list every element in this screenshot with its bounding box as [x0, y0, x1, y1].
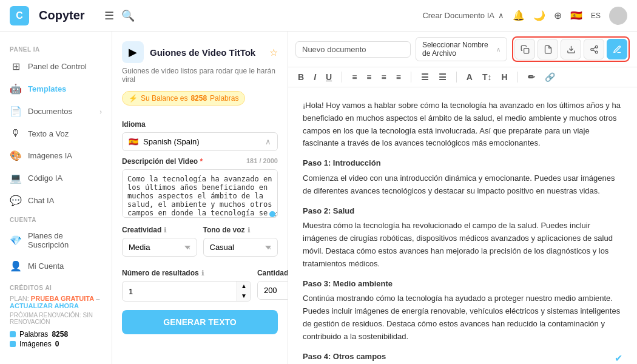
- bolt-icon: ⚡: [129, 94, 138, 103]
- credits-section: CRÉDITOS AI PLAN: PRUEBA GRATUITA – ACTU…: [0, 277, 112, 357]
- favorite-star-icon[interactable]: ☆: [269, 47, 278, 58]
- templates-icon: 🤖: [10, 83, 22, 95]
- svg-point-4: [595, 51, 598, 53]
- sidebar-item-label: Templates: [28, 84, 66, 93]
- underline-btn[interactable]: U: [323, 71, 334, 83]
- pen-btn[interactable]: ✏: [525, 71, 538, 83]
- tono-select[interactable]: Casual ∧: [203, 238, 278, 257]
- active-tool-btn[interactable]: [607, 39, 627, 59]
- creatividad-col: Creatividad ℹ Media ∧: [122, 220, 197, 257]
- panel-control-icon: ⊞: [10, 61, 22, 72]
- max-resultado-label: Cantidad máxima por resultado ℹ: [257, 269, 288, 277]
- sidebar-item-label: Mi Cuenta: [28, 261, 64, 271]
- caret-icon: ∧: [265, 137, 271, 146]
- doc-action-buttons: [512, 36, 630, 62]
- share-btn[interactable]: [584, 39, 604, 59]
- heading2-btn[interactable]: H: [499, 71, 510, 83]
- format-bar: B I U ≡ ≡ ≡ ≡ ☰ ☰ A T↕ H ✏ 🔗: [288, 67, 637, 87]
- sidebar-item-label: Panel de Control: [28, 62, 87, 71]
- align-left-btn[interactable]: ≡: [349, 71, 359, 83]
- step1-text: Comienza el video con una introducción d…: [303, 172, 622, 198]
- spin-down-btn[interactable]: ▼: [237, 291, 251, 301]
- balance-label: Su Balance es: [141, 94, 187, 103]
- documentos-icon: 📄: [10, 106, 22, 117]
- font-size-btn[interactable]: A: [464, 71, 475, 83]
- doc-file-select[interactable]: Seleccionar Nombre de Archivo ∧: [416, 37, 507, 61]
- template-header: ▶ Guiones de Video TitTok ☆: [122, 41, 278, 63]
- search-icon[interactable]: 🔍: [121, 9, 135, 22]
- list-btn[interactable]: ☰: [419, 71, 431, 83]
- form-row-creatividad-tono: Creatividad ℹ Media ∧ Tono de voz ℹ Casu…: [122, 220, 278, 257]
- imagenes-label: Imágenes: [19, 340, 52, 348]
- doc-name-input[interactable]: [295, 41, 411, 58]
- sidebar-item-documentos[interactable]: 📄 Documentos ›: [0, 100, 112, 123]
- sidebar-item-imagenes-ia[interactable]: 🎨 Imágenes IA: [0, 144, 112, 167]
- step3-text: Continúa mostrando cómo la tecnología ha…: [303, 292, 622, 343]
- step4-row: Paso 4: Otros campos ✔: [303, 351, 622, 364]
- renovacion-info: PRÓXIMA RENOVACIÓN: SIN RENOVACIÓN: [10, 312, 102, 325]
- desc-textarea[interactable]: Como la tecnología ha avanzado en los úl…: [122, 169, 278, 218]
- idioma-select[interactable]: 🇪🇸 Spanish (Spain) ∧: [122, 132, 278, 151]
- logo-text: Copyter: [39, 8, 85, 22]
- crear-documento-btn[interactable]: Crear Documento IA ∧: [422, 11, 504, 20]
- menu-icon[interactable]: ☰: [104, 9, 114, 22]
- sidebar-item-panel-control[interactable]: ⊞ Panel de Control: [0, 55, 112, 78]
- tool-btn-group: [512, 36, 630, 62]
- spin-up-btn[interactable]: ▲: [237, 281, 251, 291]
- svg-line-6: [593, 47, 595, 49]
- template-description: Guiones de video listos para rodar que l…: [122, 67, 278, 84]
- palabras-label: Palabras: [19, 330, 48, 339]
- sidebar-item-planes[interactable]: 💎 Planes de Suscripción: [0, 226, 112, 255]
- svg-point-2: [595, 46, 598, 48]
- sidebar-item-chat-ia[interactable]: 💬 Chat IA: [0, 189, 112, 212]
- link-btn[interactable]: 🔗: [542, 71, 558, 83]
- header-right: Crear Documento IA ∧ 🔔 🌙 ⊕ 🇪🇸 ES: [422, 7, 627, 25]
- italic-btn[interactable]: I: [311, 71, 318, 83]
- creatividad-select[interactable]: Media ∧: [122, 238, 197, 257]
- tono-info-icon: ℹ: [248, 226, 250, 234]
- flag-es-icon: 🇪🇸: [129, 137, 138, 146]
- moon-icon[interactable]: 🌙: [533, 10, 545, 21]
- fullscreen-icon[interactable]: ⊕: [554, 10, 562, 21]
- idioma-value: Spanish (Spain): [143, 137, 200, 146]
- align-right-btn[interactable]: ≡: [379, 71, 388, 83]
- notification-icon[interactable]: 🔔: [513, 10, 525, 21]
- sidebar-item-codigo-ia[interactable]: 💻 Código IA: [0, 167, 112, 189]
- doc-toolbar: Seleccionar Nombre de Archivo ∧: [288, 32, 637, 67]
- plan-name-link[interactable]: PRUEBA GRATUITA: [31, 295, 94, 302]
- textarea-dot: [269, 211, 275, 217]
- ordered-list-btn[interactable]: ☰: [436, 71, 449, 83]
- balance-unit: Palabras: [210, 94, 238, 103]
- copy-doc-btn[interactable]: [514, 39, 535, 59]
- creatividad-label: Creatividad ℹ: [122, 226, 197, 234]
- max-resultado-input[interactable]: 200: [258, 281, 288, 299]
- char-count: 181 / 2000: [246, 157, 278, 164]
- mi-cuenta-icon: 👤: [10, 260, 22, 272]
- sidebar-item-texto-voz[interactable]: 🎙 Texto a Voz: [0, 123, 112, 144]
- palabras-row: Palabras 8258: [10, 330, 102, 339]
- num-resultados-input[interactable]: 1: [123, 283, 237, 300]
- num-resultados-label: Número de resultados ℹ: [122, 269, 251, 277]
- codigo-icon: 💻: [10, 172, 22, 184]
- copy2-btn[interactable]: [538, 39, 558, 59]
- sidebar: PANEL IA ⊞ Panel de Control 🤖 Templates …: [0, 32, 112, 364]
- svg-line-5: [593, 50, 595, 51]
- sidebar-item-templates[interactable]: 🤖 Templates: [0, 78, 112, 100]
- generate-btn[interactable]: GENERAR TEXTO: [122, 310, 278, 334]
- bold-btn[interactable]: B: [295, 71, 306, 83]
- num-resultados-info-icon: ℹ: [201, 269, 204, 277]
- fmt-divider-2: [411, 72, 411, 83]
- sidebar-item-mi-cuenta[interactable]: 👤 Mi Cuenta: [0, 255, 112, 277]
- step2-title: Paso 2: Salud: [303, 205, 622, 218]
- template-panel: ▶ Guiones de Video TitTok ☆ Guiones de v…: [112, 32, 288, 364]
- upgrade-link[interactable]: ACTUALIZAR AHORA: [10, 302, 79, 309]
- align-justify-btn[interactable]: ≡: [394, 71, 403, 83]
- sidebar-item-label: Texto a Voz: [28, 129, 69, 138]
- spin-btns-num: ▲ ▼: [237, 281, 251, 301]
- heading-btn[interactable]: T↕: [480, 71, 494, 83]
- avatar[interactable]: [609, 7, 627, 25]
- main-layout: PANEL IA ⊞ Panel de Control 🤖 Templates …: [0, 32, 637, 364]
- download-btn[interactable]: [561, 39, 581, 59]
- creditos-label: CRÉDITOS AI: [10, 285, 102, 291]
- align-center-btn[interactable]: ≡: [364, 71, 374, 83]
